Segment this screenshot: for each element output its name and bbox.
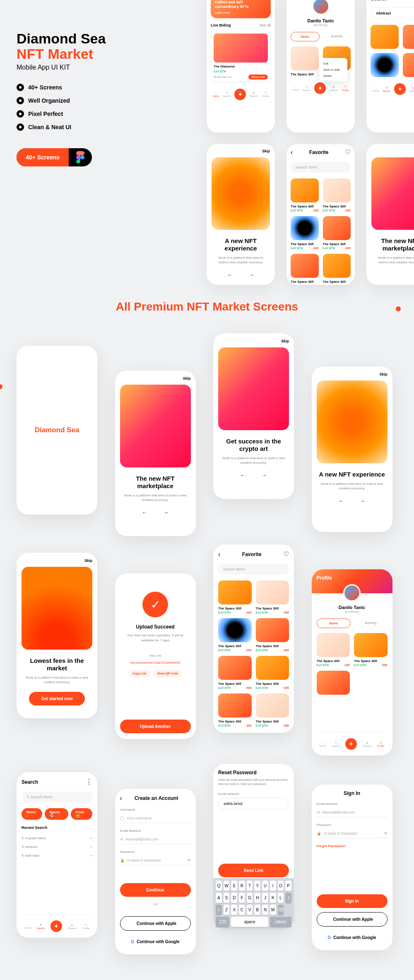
tab-items[interactable]: Items — [291, 32, 320, 41]
nav-home[interactable]: ⌂Home — [212, 91, 219, 97]
signin-button[interactable]: Sign In — [317, 894, 388, 908]
chip-sports[interactable]: Sports ⚽ — [45, 808, 68, 820]
screen-lowest-fees: Skip Lowest fees in the market Node is a… — [17, 553, 97, 718]
eye-icon[interactable]: 👁 — [384, 831, 388, 836]
nav-add[interactable]: + — [314, 82, 326, 94]
nft-card[interactable]: The Space 3050.47 ETH−305 — [256, 618, 289, 652]
nft-card[interactable]: The Space 3050.47 ETH−305 — [218, 580, 252, 614]
promo-banner[interactable]: Collect and Sell extraordinary NFTs Lear… — [211, 0, 271, 18]
tab-activity[interactable]: Activity — [323, 32, 351, 41]
recent-item[interactable]: ↻ Popular Items× — [22, 834, 92, 843]
back-icon[interactable]: ‹ — [291, 149, 293, 156]
email-input[interactable]: ✉Myemail@mail.com — [317, 808, 388, 817]
screen-create-account: ‹Create an Account Username◯Your usernam… — [115, 789, 196, 954]
skip-link[interactable]: Skip — [212, 149, 270, 153]
eye-icon[interactable]: 👁 — [187, 858, 191, 862]
nav-add[interactable]: + — [394, 83, 406, 95]
chip-food[interactable]: Food 🍔 — [71, 808, 92, 820]
chip-music[interactable]: Music ♪ — [22, 808, 42, 820]
cta-button[interactable]: 40+ Screens — [17, 148, 92, 166]
nav-add[interactable]: + — [345, 738, 357, 750]
send-link-button[interactable]: Send Link — [218, 864, 289, 877]
nft-card[interactable]: The Space 3050.47 ETH−305 — [256, 656, 289, 689]
nav-stats[interactable]: ▥Statistic — [363, 741, 371, 747]
arrow-right-icon[interactable]: → — [360, 498, 365, 504]
keyboard[interactable]: QWERTYUIOP ASDFGHJKL⇧ ⇧ZXCVBNM⌫ 123space… — [213, 878, 294, 929]
skip-link[interactable]: Skip — [218, 339, 289, 343]
arrow-left-icon[interactable]: ← — [241, 472, 246, 478]
apple-button[interactable]: Continue with Apple — [120, 916, 191, 931]
arrow-right-icon[interactable]: → — [164, 510, 168, 515]
feature-row: 40+ Screens — [17, 84, 141, 91]
search-input[interactable]: Abstract — [371, 7, 414, 19]
search-input[interactable]: Search Items — [291, 162, 351, 173]
nav-home[interactable]: ⌂Home — [292, 85, 299, 91]
tab-items[interactable]: Items — [317, 619, 351, 628]
nft-card[interactable]: The Space 3050.47 ETH−305 — [256, 693, 289, 727]
nav-stats[interactable]: ▥Statistic — [330, 85, 338, 91]
arrow-left-icon[interactable]: ← — [142, 510, 147, 515]
screen-onboard-crypto: Skip Get success in the crypto art Node … — [213, 333, 294, 499]
search-input[interactable]: Search Items — [218, 564, 289, 575]
skip-link[interactable]: Skip — [120, 376, 191, 380]
upload-another-button[interactable]: Upload Another — [120, 720, 191, 733]
back-icon[interactable]: ‹ — [218, 551, 220, 558]
skip-link[interactable]: Skip — [22, 559, 92, 563]
filter-icon[interactable]: ⋮ — [86, 778, 92, 786]
arrow-right-icon[interactable]: → — [262, 472, 267, 478]
nav-search[interactable]: ⚲Search — [303, 85, 310, 91]
password-input[interactable]: 🔒At least 8 characters👁 — [317, 829, 388, 838]
email-input[interactable]: ✉Myemail@mail.com — [120, 835, 191, 844]
nav-add[interactable]: + — [234, 89, 246, 100]
username-input[interactable]: ◯Your username — [120, 814, 191, 823]
heart-icon[interactable]: ♡ — [345, 148, 351, 156]
bid-card[interactable]: The Diamond 5.47 ETH 8h 30m 56s LeftPlac… — [211, 31, 271, 82]
share-qr-button[interactable]: Show QR Code — [153, 670, 183, 677]
skip-link[interactable]: Skip — [317, 372, 388, 376]
nft-card[interactable]: The Space 3050.47 ETH−305 — [218, 656, 252, 689]
screen-home: Collect and Sell extraordinary NFTs Lear… — [207, 0, 275, 132]
email-input[interactable]: adela.larss| — [218, 798, 289, 809]
tab-activity[interactable]: Activity — [354, 619, 388, 628]
nav-stats[interactable]: ▥Statistic — [409, 86, 414, 92]
recent-item[interactable]: ↻ Astronaut× — [22, 851, 92, 860]
nft-card[interactable]: The Space 3050.47 ETH−305 — [218, 618, 252, 652]
nav-search[interactable]: ⚲Search — [223, 91, 231, 97]
nft-card[interactable]: The Space 3050.47 ETH−305 — [218, 693, 252, 727]
password-input[interactable]: 🔒At least 8 characters👁 — [120, 856, 191, 865]
google-button[interactable]: GContinue with Google — [317, 931, 388, 944]
nav-profile[interactable]: ◯Profile — [82, 923, 89, 929]
nav-add[interactable]: + — [51, 920, 62, 932]
get-started-button[interactable]: Get started now — [29, 692, 85, 706]
google-button[interactable]: GContinue with Google — [120, 935, 191, 949]
apple-button[interactable]: Continue with Apple — [317, 912, 388, 927]
arrow-left-icon[interactable]: ← — [228, 272, 233, 278]
context-menu[interactable]: Edit Save to draft Delete — [319, 58, 347, 82]
nav-stats[interactable]: ▥Statistic — [250, 91, 258, 97]
nft-card[interactable]: The Space 3050.47 ETH−305 — [256, 580, 289, 614]
recent-item[interactable]: ↻ Abstract× — [22, 843, 92, 851]
figma-icon — [69, 151, 92, 164]
nav-home[interactable]: ⌂Home — [319, 741, 326, 747]
arrow-right-icon[interactable]: → — [249, 272, 254, 278]
google-icon: G — [327, 935, 331, 940]
arrow-left-icon[interactable]: ← — [339, 498, 344, 504]
nav-search[interactable]: ⚲Search — [383, 86, 390, 92]
forgot-password-link[interactable]: Forgot Password? — [317, 844, 388, 848]
continue-button[interactable]: Continue — [120, 883, 191, 897]
copy-link-button[interactable]: Copy Link — [128, 670, 151, 677]
back-icon[interactable]: ‹ — [120, 795, 122, 802]
search-input[interactable]: ⚲ Search Items — [22, 792, 92, 802]
nav-stats[interactable]: ▥Statistic — [68, 923, 77, 929]
shift-key: ⇧ — [216, 905, 222, 915]
nav-home[interactable]: ⌂Home — [372, 86, 379, 92]
nav-profile[interactable]: ◯Profile — [377, 741, 384, 747]
skip-link[interactable]: Skip — [371, 149, 414, 153]
nav-search[interactable]: ⚲Search — [332, 741, 339, 747]
heart-icon[interactable]: ♡ — [283, 550, 289, 558]
search-icon: ⚲ — [226, 91, 228, 94]
nav-search[interactable]: ⚲Search — [37, 923, 45, 929]
nav-profile[interactable]: ◯Profile — [262, 91, 269, 97]
nav-profile[interactable]: ◯Profile — [342, 85, 349, 91]
nav-home[interactable]: ⌂Home — [24, 923, 31, 929]
